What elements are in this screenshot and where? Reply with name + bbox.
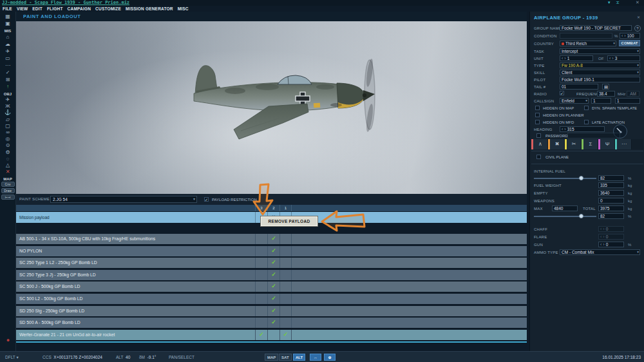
increment-icon[interactable]: ›: [603, 227, 604, 231]
increment-icon[interactable]: ›: [612, 57, 613, 61]
decrement-icon[interactable]: ‹: [609, 57, 611, 61]
upload-icon[interactable]: ↑: [1, 83, 15, 90]
total-weight-value[interactable]: 3975: [598, 205, 624, 211]
modulation-button[interactable]: AM: [627, 91, 639, 97]
delete-icon[interactable]: ✕: [1, 169, 15, 175]
pylon-column-2[interactable]: 2: [267, 205, 279, 211]
ammo-type-dropdown[interactable]: CM - Combat Mix▾: [560, 249, 640, 255]
menu-item[interactable]: FILE: [3, 6, 12, 11]
condition-bar[interactable]: [560, 33, 612, 39]
combat-button[interactable]: COMBAT: [619, 40, 640, 46]
aircraft-tool-icon[interactable]: ✈: [1, 48, 15, 55]
late-activation-checkbox[interactable]: [584, 120, 589, 124]
pylon-column-1[interactable]: 1: [279, 205, 292, 211]
payload-check-pylon-1[interactable]: [279, 318, 292, 328]
menu-item[interactable]: MISC: [178, 6, 189, 11]
country-dropdown[interactable]: Third Reich▾: [560, 41, 616, 46]
payload-check-pylon-3[interactable]: ✓: [255, 330, 267, 340]
waypoint-icon[interactable]: ◎: [1, 136, 15, 142]
payload-row[interactable]: SD 250 Stg - 250kg GP Bomb LD ✓: [16, 306, 527, 316]
payload-check-pylon-2[interactable]: ✓: [267, 294, 279, 304]
wifi-icon[interactable]: ▾: [608, 0, 611, 5]
decrement-icon[interactable]: ‹: [600, 235, 601, 239]
menu-item[interactable]: FLIGHT: [47, 6, 63, 11]
loadout-tab[interactable]: ✂: [565, 139, 582, 149]
doc-icon[interactable]: ▤: [602, 84, 609, 90]
weather-icon[interactable]: ☁: [1, 41, 15, 48]
payload-check-pylon-3[interactable]: [255, 270, 267, 280]
menu-item[interactable]: VIEW: [17, 6, 28, 11]
payload-check-pylon-1[interactable]: [279, 306, 292, 316]
slider-thumb[interactable]: [579, 214, 583, 218]
paint-scheme-dropdown[interactable]: 2.JG 54▾: [50, 196, 197, 203]
zone-icon[interactable]: ⊙: [1, 142, 15, 149]
payload-check-pylon-2[interactable]: ✓: [267, 270, 279, 280]
decrement-icon[interactable]: ‹: [562, 57, 563, 61]
increment-icon[interactable]: ›: [564, 128, 565, 131]
alt-layer-button[interactable]: ALT: [293, 354, 305, 361]
sat-layer-button[interactable]: SAT: [279, 354, 292, 361]
callsign-flight-input[interactable]: 1: [591, 98, 611, 104]
menu-item[interactable]: CAMPAIGN: [68, 6, 91, 11]
tail-number-input[interactable]: 01: [560, 84, 598, 90]
vehicle-icon[interactable]: ▱: [1, 117, 15, 123]
hidden-on-map-checkbox[interactable]: [535, 106, 540, 110]
payload-check-pylon-1[interactable]: ✓: [279, 330, 292, 340]
antenna-icon[interactable]: Ɪ: [616, 0, 619, 5]
more-tab[interactable]: ⋯: [615, 139, 632, 149]
payload-check-pylon-2[interactable]: ✓: [267, 318, 279, 328]
check-icon[interactable]: ✓: [1, 69, 15, 76]
payload-check-pylon-2[interactable]: ✓: [267, 258, 279, 268]
aircraft-3d-viewport[interactable]: [16, 21, 527, 194]
list-icon[interactable]: ⋯: [1, 62, 15, 69]
payload-row[interactable]: SC 250 Type 1 L2 - 250kg GP Bomb LD ✓: [16, 258, 527, 268]
gun-stepper[interactable]: ‹›0: [598, 242, 624, 247]
password-checkbox[interactable]: [536, 133, 541, 138]
weapons-weight-value[interactable]: 0: [598, 198, 624, 204]
payload-check-pylon-3[interactable]: [255, 318, 267, 328]
payload-check-pylon-1[interactable]: [279, 258, 292, 268]
route-tab[interactable]: ∧: [531, 139, 548, 149]
pilot-input[interactable]: Focke Wulf 190-1: [560, 77, 640, 82]
condition-stepper[interactable]: ‹›100: [620, 33, 640, 39]
max-weight-value[interactable]: 4840: [552, 205, 578, 211]
payload-tab[interactable]: ✖: [548, 139, 565, 149]
payload-check-pylon-1[interactable]: [279, 294, 292, 304]
static-object-icon[interactable]: ▢: [1, 123, 15, 129]
payload-row[interactable]: SC 500 J - 500kg GP Bomb LD ✓: [16, 281, 527, 292]
increment-icon[interactable]: ›: [564, 57, 565, 61]
decrement-icon[interactable]: ‹: [600, 227, 601, 231]
unit-total-stepper[interactable]: ‹›3: [607, 55, 640, 61]
menu-item[interactable]: CUSTOMIZE: [95, 6, 121, 11]
save-mission-icon[interactable]: ▣: [1, 20, 15, 27]
hangar-icon[interactable]: ⌂: [1, 33, 15, 41]
heading-stepper[interactable]: ‹›315: [560, 126, 605, 132]
dyn-spawn-template-checkbox[interactable]: [584, 106, 589, 110]
center-view-icon[interactable]: ⊕: [324, 354, 336, 361]
payload-check-pylon-2[interactable]: ✓: [267, 306, 279, 316]
internal-fuel-slider[interactable]: [534, 178, 596, 179]
summary-tab[interactable]: Σ: [582, 139, 598, 149]
payload-check-pylon-3[interactable]: [255, 294, 267, 304]
payload-check-pylon-1[interactable]: [279, 246, 292, 256]
monitor-icon[interactable]: ▭: [1, 55, 15, 62]
payload-check-pylon-3[interactable]: [255, 281, 267, 292]
civil-plane-checkbox[interactable]: [536, 155, 541, 159]
decrement-icon[interactable]: ‹: [562, 128, 563, 131]
payload-check-pylon-3[interactable]: [255, 258, 267, 268]
map-tool-button[interactable]: Cnv: [1, 182, 15, 187]
callsign-number-input[interactable]: 1: [615, 98, 640, 104]
unit-count-stepper[interactable]: ‹›1: [560, 55, 593, 61]
fuel-weight-value[interactable]: 335: [598, 182, 624, 188]
payload-check-pylon-1[interactable]: [279, 234, 292, 244]
panel-close-icon[interactable]: ✕: [637, 15, 640, 19]
flare-stepper[interactable]: ‹›0: [598, 234, 624, 240]
helicopter-icon[interactable]: Ж: [1, 103, 15, 110]
help-icon[interactable]: ?: [634, 25, 641, 32]
payload-row[interactable]: SC 500 L2 - 500kg GP Bomb LD ✓: [16, 294, 527, 304]
payload-check-pylon-3[interactable]: [255, 306, 267, 316]
airplane-icon[interactable]: ✈: [1, 97, 15, 103]
fuel-slider-2[interactable]: [534, 216, 596, 217]
map-tool-button[interactable]: ⊢⊣: [1, 195, 15, 200]
chaff-stepper[interactable]: ‹›0: [598, 226, 624, 232]
